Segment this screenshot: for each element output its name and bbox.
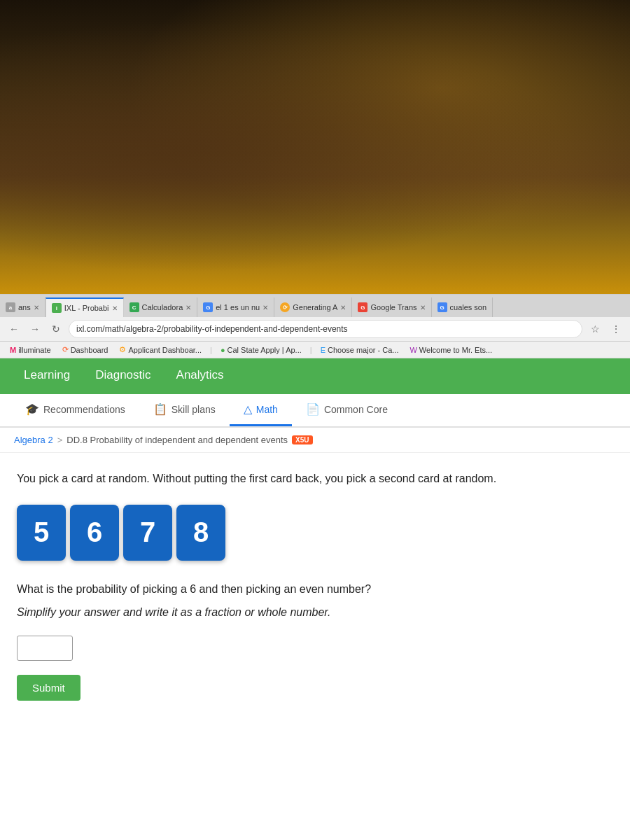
breadcrumb-separator: > (57, 435, 63, 445)
bookmark-dashboard-label: Dashboard (71, 346, 108, 354)
subnav-common-core[interactable]: 📄 Common Core (292, 394, 402, 426)
subnav-recommendations[interactable]: 🎓 Recommendations (11, 394, 139, 426)
tab-cuales[interactable]: G cuales son (432, 298, 493, 317)
browser-chrome: a ans ✕ I IXL - Probabi ✕ C Calculadora … (0, 294, 630, 840)
nav-tab-diagnostic[interactable]: Diagnostic (83, 358, 163, 394)
card-5: 5 (17, 505, 66, 561)
menu-button[interactable]: ⋮ (608, 321, 624, 337)
tab-ans[interactable]: a ans ✕ (0, 298, 46, 317)
math-icon: △ (244, 402, 252, 416)
answer-input[interactable] (17, 636, 73, 661)
bookmark-dashboard[interactable]: ⟳ Dashboard (58, 344, 113, 356)
nav-tab-analytics-label: Analytics (176, 368, 224, 382)
card-tiles: 5 6 7 8 (17, 505, 613, 561)
address-bar: ← → ↻ ☆ ⋮ (0, 317, 630, 342)
bookmark-choosemajor-icon: E (321, 346, 326, 354)
subnav-recommendations-label: Recommendations (43, 404, 125, 415)
card-6-value: 6 (87, 517, 102, 548)
tab-ans-label: ans (18, 303, 31, 312)
tab-google1[interactable]: G el 1 es un nu ✕ (197, 298, 274, 317)
bookmark-welcome-icon: W (410, 346, 416, 354)
card-7-value: 7 (140, 517, 155, 548)
tab-googletrans-label: Google Trans (370, 303, 416, 312)
tab-google1-label: el 1 es un nu (216, 303, 260, 312)
nav-tab-analytics[interactable]: Analytics (164, 358, 237, 394)
tab-ixl[interactable]: I IXL - Probabi ✕ (46, 298, 124, 317)
bookmark-sep-1: | (210, 346, 212, 354)
problem-description: You pick a card at random. Without putti… (17, 470, 613, 488)
main-content: You pick a card at random. Without putti… (0, 453, 630, 840)
tab-ans-favicon: a (6, 302, 15, 312)
tab-calc-close[interactable]: ✕ (186, 304, 191, 312)
submit-button[interactable]: Submit (17, 675, 80, 701)
bookmark-star[interactable]: ☆ (587, 321, 603, 337)
bookmark-applicant[interactable]: ⚙ Applicant Dashboar... (115, 344, 206, 356)
bookmark-choosemajor-label: Choose major - Ca... (328, 346, 398, 354)
breadcrumb-skill: DD.8 Probability of independent and depe… (66, 435, 288, 445)
tab-ixl-favicon: I (52, 303, 62, 313)
ixl-nav-tabs: Learning Diagnostic Analytics (0, 358, 630, 394)
skill-badge: X5U (292, 435, 312, 444)
bookmark-illuminate[interactable]: M illuminate (6, 344, 55, 356)
tab-cuales-favicon: G (438, 302, 447, 312)
tab-googletrans-close[interactable]: ✕ (420, 304, 426, 312)
skill-plans-icon: 📋 (153, 402, 167, 416)
common-core-icon: 📄 (306, 402, 320, 416)
tab-bar: a ans ✕ I IXL - Probabi ✕ C Calculadora … (0, 295, 630, 317)
bookmarks-bar: M illuminate ⟳ Dashboard ⚙ Applicant Das… (0, 342, 630, 358)
recommendations-icon: 🎓 (25, 402, 39, 416)
instruction-text: Simplify your answer and write it as a f… (17, 603, 613, 622)
nav-tab-learning-label: Learning (24, 368, 70, 382)
bookmark-choosemajor[interactable]: E Choose major - Ca... (316, 344, 403, 356)
bookmark-applicant-label: Applicant Dashboar... (128, 346, 202, 354)
tab-calc-label: Calculadora (142, 303, 183, 312)
bookmark-sep-2: | (310, 346, 312, 354)
bookmark-dashboard-icon: ⟳ (62, 345, 69, 354)
tab-generating-favicon: ⟳ (280, 302, 290, 312)
bookmark-calstate[interactable]: ● Cal State Apply | Ap... (216, 344, 306, 356)
subnav-common-core-label: Common Core (324, 404, 388, 415)
nav-tab-diagnostic-label: Diagnostic (95, 368, 150, 382)
bookmark-calstate-icon: ● (220, 346, 225, 354)
card-6: 6 (70, 505, 119, 561)
tab-calc[interactable]: C Calculadora ✕ (124, 298, 198, 317)
back-button[interactable]: ← (6, 321, 22, 337)
tab-ixl-close[interactable]: ✕ (112, 304, 118, 312)
url-input[interactable] (69, 320, 582, 338)
tab-ixl-label: IXL - Probabi (64, 304, 109, 312)
ixl-subnav: 🎓 Recommendations 📋 Skill plans △ Math 📄… (0, 394, 630, 428)
tab-googletrans-favicon: G (358, 302, 368, 312)
card-5-value: 5 (34, 517, 49, 548)
bookmark-illuminate-label: illuminate (18, 346, 50, 354)
tab-google1-favicon: G (203, 302, 213, 312)
card-8: 8 (176, 505, 225, 561)
tab-generating[interactable]: ⟳ Generating A ✕ (274, 298, 352, 317)
card-8-value: 8 (193, 517, 209, 548)
bookmark-calstate-label: Cal State Apply | Ap... (227, 346, 302, 354)
tab-ans-close[interactable]: ✕ (34, 304, 39, 312)
subnav-math[interactable]: △ Math (230, 394, 292, 426)
tab-generating-close[interactable]: ✕ (340, 304, 346, 312)
subnav-math-label: Math (256, 404, 278, 415)
breadcrumb-subject[interactable]: Algebra 2 (14, 435, 53, 445)
ixl-app: Learning Diagnostic Analytics 🎓 Recommen… (0, 358, 630, 840)
bookmark-illuminate-icon: M (10, 346, 16, 354)
tab-cuales-label: cuales son (450, 303, 487, 312)
tab-google1-close[interactable]: ✕ (262, 304, 268, 312)
refresh-button[interactable]: ↻ (48, 321, 64, 337)
tab-calc-favicon: C (130, 302, 139, 312)
bookmark-welcome[interactable]: W Welcome to Mr. Ets... (405, 344, 496, 356)
bookmark-welcome-label: Welcome to Mr. Ets... (419, 346, 492, 354)
breadcrumb: Algebra 2 > DD.8 Probability of independ… (0, 428, 630, 453)
nav-tab-learning[interactable]: Learning (11, 358, 83, 394)
tab-generating-label: Generating A (293, 303, 337, 312)
bookmark-applicant-icon: ⚙ (119, 345, 126, 354)
card-7: 7 (123, 505, 172, 561)
subnav-skill-plans[interactable]: 📋 Skill plans (139, 394, 230, 426)
question-text: What is the probability of picking a 6 a… (17, 580, 613, 598)
tab-googletrans[interactable]: G Google Trans ✕ (352, 298, 431, 317)
subnav-skill-plans-label: Skill plans (172, 404, 216, 415)
ixl-nav: Learning Diagnostic Analytics (0, 358, 630, 394)
background-photo (0, 0, 630, 294)
forward-button[interactable]: → (27, 321, 43, 337)
